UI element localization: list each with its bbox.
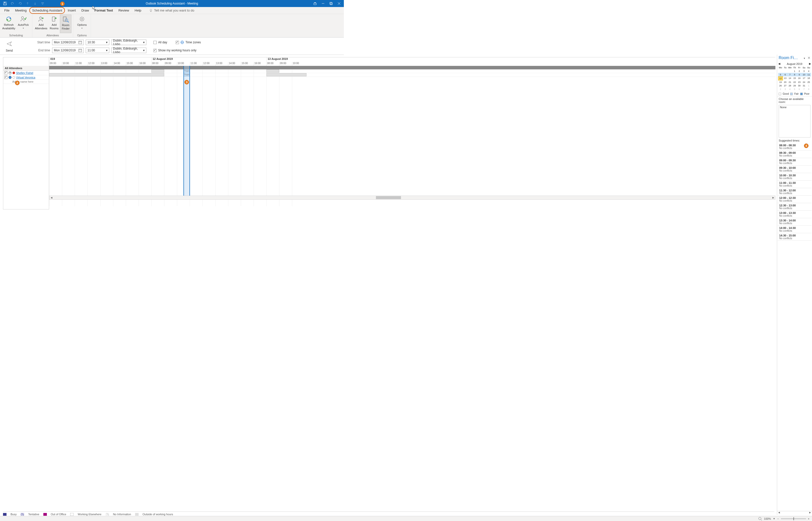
svg-rect-6 bbox=[330, 3, 332, 5]
ribbon-group-attendees: Attendees bbox=[34, 33, 71, 37]
redo-icon[interactable] bbox=[18, 1, 22, 5]
tab-insert[interactable]: Insert bbox=[65, 7, 79, 14]
tab-help[interactable]: Help bbox=[132, 7, 144, 14]
up-arrow-icon[interactable] bbox=[26, 1, 29, 5]
gear-icon bbox=[79, 16, 85, 23]
end-time-input[interactable]: 11:00▾ bbox=[86, 48, 109, 53]
end-date-input[interactable]: Mon 12/08/2019 bbox=[52, 48, 84, 53]
qat-customize-icon[interactable] bbox=[41, 1, 45, 5]
close-icon[interactable] bbox=[337, 2, 341, 5]
busy-block[interactable] bbox=[266, 69, 279, 73]
down-arrow-icon[interactable] bbox=[33, 1, 37, 5]
add-attendee-row[interactable] bbox=[3, 80, 49, 84]
options-button[interactable]: Options ▾ bbox=[75, 15, 89, 33]
start-timezone-input[interactable]: Dublin, Edinburgh, Lisbo▾ bbox=[111, 40, 146, 45]
busy-block[interactable] bbox=[49, 73, 164, 76]
chevron-down-icon: ▾ bbox=[106, 41, 108, 44]
svg-rect-3 bbox=[314, 3, 316, 5]
required-icon: i bbox=[8, 76, 12, 79]
presence-icon bbox=[13, 72, 15, 74]
svg-line-17 bbox=[68, 21, 69, 22]
ribbon-group-scheduling: Scheduling bbox=[1, 33, 30, 37]
presence-icon bbox=[13, 76, 15, 78]
attendee-check-icon[interactable] bbox=[4, 76, 7, 79]
room-finder-button[interactable]: Room Finder bbox=[60, 15, 71, 33]
start-date-input[interactable]: Mon 12/08/2019 bbox=[52, 40, 84, 45]
attendee-name[interactable]: Virtual Veronica bbox=[16, 76, 35, 79]
meeting-form: Send Start time Mon 12/08/2019 10:30▾ Du… bbox=[0, 38, 344, 55]
tab-review[interactable]: Review bbox=[115, 7, 132, 14]
horizontal-scrollbar[interactable]: ◀ ▶ bbox=[49, 196, 344, 200]
start-time-input[interactable]: 10:30▾ bbox=[86, 40, 109, 45]
ribbon-group-options: Options bbox=[75, 33, 89, 37]
annotation-marker-1: 1 bbox=[60, 1, 65, 6]
annotation-marker-2: 2 bbox=[15, 81, 20, 85]
busy-block[interactable] bbox=[266, 73, 307, 76]
svg-point-12 bbox=[40, 17, 42, 19]
window-title: Outlook Scheduling Assistant - Meeting bbox=[146, 2, 198, 5]
tell-me-placeholder: Tell me what you want to do bbox=[154, 8, 194, 12]
title-bar: Outlook Scheduling Assistant - Meeting 1 bbox=[0, 0, 344, 7]
add-attendees-button[interactable]: Add Attendees bbox=[34, 15, 48, 33]
tab-file[interactable]: File bbox=[1, 7, 12, 14]
tab-draw[interactable]: Draw bbox=[79, 7, 92, 14]
svg-point-9 bbox=[150, 9, 152, 11]
maximize-icon[interactable] bbox=[329, 2, 333, 5]
refresh-availability-button[interactable]: Refresh Availability bbox=[1, 15, 16, 33]
end-time-label: End time bbox=[20, 49, 50, 52]
date-header: 019 bbox=[49, 58, 151, 62]
tell-me-search[interactable]: Tell me what you want to do bbox=[144, 7, 194, 14]
attendee-row[interactable]: i Virtual Veronica bbox=[3, 75, 49, 80]
ribbon-display-icon[interactable] bbox=[313, 2, 317, 5]
svg-point-11 bbox=[21, 17, 24, 19]
send-icon bbox=[6, 41, 12, 47]
chevron-down-icon: ▾ bbox=[143, 49, 145, 52]
svg-rect-10 bbox=[150, 11, 151, 12]
attendee-timeline-row[interactable]: Train bbox=[49, 73, 344, 77]
save-icon[interactable] bbox=[3, 1, 7, 5]
autopick-button[interactable]: AutoPick ▾ bbox=[16, 15, 30, 33]
add-rooms-icon bbox=[51, 16, 58, 23]
tabs-bar: File Meeting Scheduling Assistant Insert… bbox=[0, 7, 344, 14]
svg-rect-13 bbox=[52, 17, 55, 21]
send-button[interactable]: Send bbox=[3, 40, 16, 53]
chevron-down-icon: ▾ bbox=[106, 49, 108, 52]
date-header: 12 August 2019 bbox=[151, 58, 266, 62]
tab-scheduling-assistant[interactable]: Scheduling Assistant bbox=[29, 7, 65, 14]
time-zones-checkbox[interactable]: Time zones bbox=[176, 41, 201, 44]
attendee-timeline-row[interactable]: Train bbox=[49, 69, 344, 73]
end-timezone-input[interactable]: Dublin, Edinburgh, Lisbo▾ bbox=[111, 48, 146, 53]
room-finder-icon bbox=[62, 16, 69, 23]
all-attendees-bar bbox=[49, 66, 344, 69]
svg-rect-24 bbox=[79, 49, 82, 52]
tab-meeting[interactable]: Meeting bbox=[12, 7, 29, 14]
chevron-down-icon: ▾ bbox=[143, 41, 145, 44]
undo-icon[interactable] bbox=[10, 1, 15, 5]
ribbon: Refresh Availability AutoPick ▾ Scheduli… bbox=[0, 14, 344, 38]
busy-block[interactable] bbox=[151, 69, 164, 73]
svg-point-14 bbox=[54, 19, 54, 19]
svg-rect-19 bbox=[79, 41, 82, 44]
scheduling-grid[interactable]: 019 12 August 2019 13 August 2019 09:001… bbox=[49, 57, 344, 221]
attendee-name[interactable]: Shelley Fishel bbox=[16, 71, 33, 74]
hour-header-row: 09:0010:0011:0012:0013:0014:0015:0016:00… bbox=[49, 62, 344, 66]
time-selection[interactable] bbox=[183, 66, 190, 196]
add-attendees-icon bbox=[38, 16, 45, 23]
annotation-marker-3: 3 bbox=[184, 80, 189, 85]
svg-point-18 bbox=[81, 18, 83, 20]
minimize-icon[interactable] bbox=[321, 2, 325, 5]
attendee-panel: All Attendees ✉ Shelley Fishel i Virtual… bbox=[3, 57, 49, 209]
cursor-icon bbox=[92, 5, 96, 10]
attendee-header: All Attendees bbox=[3, 66, 49, 71]
working-hours-checkbox[interactable]: Show my working hours only bbox=[153, 49, 196, 52]
calendar-icon bbox=[79, 41, 82, 44]
attendee-row[interactable]: ✉ Shelley Fishel bbox=[3, 71, 49, 75]
attendee-check-icon[interactable] bbox=[4, 71, 7, 74]
date-header: 13 August 2019 bbox=[266, 58, 344, 62]
organizer-icon: ✉ bbox=[8, 71, 12, 74]
scroll-left-icon[interactable]: ◀ bbox=[49, 196, 53, 199]
start-time-label: Start time bbox=[20, 41, 50, 44]
lightbulb-icon bbox=[149, 9, 153, 12]
add-rooms-button[interactable]: Add Rooms bbox=[48, 15, 60, 33]
all-day-checkbox[interactable]: All day bbox=[153, 41, 167, 44]
